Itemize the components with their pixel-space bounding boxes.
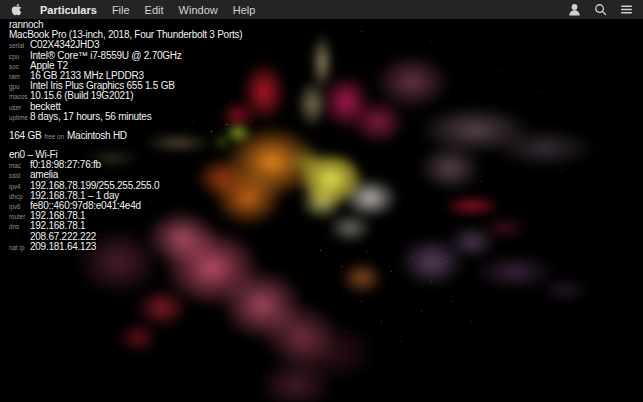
disk-connector: free on — [44, 132, 64, 142]
disk-amount: 164 GB — [9, 131, 41, 141]
row-label: ipv6 — [9, 202, 30, 212]
app-menu-title[interactable]: Particulars — [40, 4, 97, 16]
row-value: 209.181.64.123 — [30, 242, 96, 252]
row-value: 8 days, 17 hours, 56 minutes — [30, 112, 151, 122]
info-row-macos: macos 10.15.6 (Build 19G2021) — [9, 91, 242, 101]
row-label: gpu — [9, 82, 30, 92]
row-label: cpu — [9, 52, 30, 62]
menu-file[interactable]: File — [112, 4, 130, 16]
row-label: dns — [9, 222, 30, 232]
disk-volume: Macintosh HD — [67, 131, 127, 141]
row-label: serial — [9, 41, 30, 51]
apple-icon — [11, 3, 22, 16]
disk-free-line: 164 GB free on Macintosh HD — [9, 131, 242, 141]
row-value: 10.15.6 (Build 19G2021) — [30, 91, 133, 101]
menu-window[interactable]: Window — [179, 4, 218, 16]
apple-menu[interactable] — [8, 3, 25, 16]
info-row-uptime: uptime 8 days, 17 hours, 56 minutes — [9, 112, 242, 122]
menu-bar: Particulars File Edit Window Help — [0, 0, 643, 19]
row-label: ram — [9, 72, 30, 82]
row-label: ssid — [9, 171, 30, 181]
row-label: uptime — [9, 113, 30, 123]
info-row-natip: nat ip 209.181.64.123 — [9, 242, 242, 252]
search-icon[interactable] — [594, 3, 607, 16]
row-label: dhcp — [9, 192, 30, 202]
particulars-overlay: rannoch MacBook Pro (13-inch, 2018, Four… — [9, 20, 242, 252]
menu-bar-status-items — [568, 3, 635, 16]
row-label: ipv4 — [9, 182, 30, 192]
user-icon[interactable] — [568, 3, 581, 16]
menu-edit[interactable]: Edit — [145, 4, 164, 16]
row-label: user — [9, 103, 30, 113]
row-label: nat ip — [9, 243, 30, 253]
notification-center-icon[interactable] — [620, 3, 633, 16]
row-label: soc — [9, 62, 30, 72]
row-label: mac — [9, 161, 30, 171]
menu-bar-left: Particulars File Edit Window Help — [8, 3, 255, 16]
row-label: macos — [9, 92, 30, 102]
menu-help[interactable]: Help — [233, 4, 256, 16]
row-label: router — [9, 212, 30, 222]
